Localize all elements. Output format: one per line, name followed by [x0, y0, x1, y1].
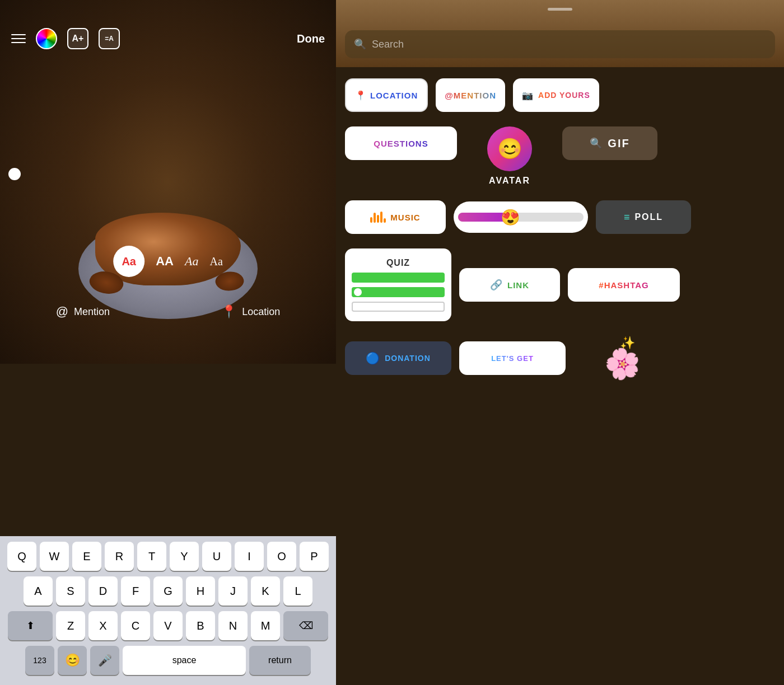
key-f[interactable]: F	[121, 576, 150, 606]
quiz-bar-1	[352, 273, 445, 283]
add-yours-sticker[interactable]: 📷 ADD YOURS	[513, 78, 599, 112]
quiz-sticker[interactable]: QUIZ	[345, 248, 451, 321]
music-sticker[interactable]: MUSIC	[345, 200, 446, 234]
key-g[interactable]: G	[153, 576, 183, 606]
mention-button[interactable]: @ Mention	[56, 304, 110, 319]
key-b[interactable]: B	[186, 611, 215, 640]
music-bars-icon	[370, 212, 386, 223]
key-u[interactable]: U	[202, 542, 231, 571]
key-m[interactable]: M	[251, 611, 280, 640]
search-bar[interactable]: 🔍 Search	[345, 30, 775, 58]
key-q[interactable]: Q	[7, 542, 36, 571]
key-i[interactable]: I	[235, 542, 264, 571]
mention-icon: @	[56, 304, 68, 319]
key-t[interactable]: T	[137, 542, 166, 571]
avatar-label: AVATAR	[489, 176, 530, 186]
flower-decoration: ✨ 🌸	[573, 336, 641, 381]
emoji-slider-sticker[interactable]: 😍	[454, 201, 588, 233]
key-w[interactable]: W	[40, 542, 69, 571]
key-r[interactable]: R	[105, 542, 134, 571]
num-key[interactable]: 123	[25, 646, 54, 675]
right-top-bar: 🔍 Search	[336, 0, 784, 67]
key-s[interactable]: S	[56, 576, 85, 606]
sticker-row-5: 🔵 DONATION LET'S GET ✨ 🌸	[345, 336, 775, 381]
font-option-selected[interactable]: Aa	[113, 246, 144, 277]
keyboard-row-2: A S D F G H J K L	[2, 576, 334, 606]
mention-sticker[interactable]: @MENTION	[436, 78, 505, 112]
emoji-slider-track: 😍	[458, 213, 584, 222]
done-button[interactable]: Done	[297, 32, 325, 45]
toolbar-left: A+ =A	[11, 28, 120, 49]
search-container: 🔍 Search	[345, 30, 775, 58]
donation-sticker[interactable]: 🔵 DONATION	[345, 341, 451, 375]
search-icon: 🔍	[354, 38, 366, 50]
mention-location-row: @ Mention 📍 Location	[0, 304, 336, 319]
cursor-dot	[8, 168, 21, 180]
left-panel: A+ =A Done Aa AA Aa Aa @ Mention 📍	[0, 0, 336, 685]
drag-handle[interactable]	[548, 8, 572, 11]
font-option-serif[interactable]: Aa	[209, 255, 222, 268]
shift-key[interactable]: ⬆	[8, 611, 53, 640]
key-c[interactable]: C	[121, 611, 150, 640]
right-panel: 🔍 Search 📍 LOCATION @MENTION 📷 ADD YOURS…	[336, 0, 784, 685]
emoji-key[interactable]: 😊	[58, 646, 87, 675]
letsget-sticker[interactable]: LET'S GET	[459, 341, 566, 375]
search-input[interactable]: Search	[372, 39, 404, 50]
key-e[interactable]: E	[72, 542, 101, 571]
avatar-sticker[interactable]: 😊 AVATAR	[465, 126, 554, 186]
key-d[interactable]: D	[88, 576, 118, 606]
top-toolbar: A+ =A Done	[0, 0, 336, 55]
key-x[interactable]: X	[88, 611, 118, 640]
keyboard-row-1: Q W E R T Y U I O P	[2, 542, 334, 571]
key-v[interactable]: V	[153, 611, 183, 640]
key-j[interactable]: J	[218, 576, 248, 606]
mic-key[interactable]: 🎤	[90, 646, 119, 675]
font-option-caps[interactable]: AA	[156, 254, 174, 269]
poll-sticker[interactable]: ≡ POLL	[596, 200, 691, 234]
questions-sticker[interactable]: QUESTIONS	[345, 126, 457, 160]
link-sticker[interactable]: 🔗 LINK	[459, 268, 560, 302]
hashtag-sticker[interactable]: #HASHTAG	[568, 268, 680, 302]
delete-key[interactable]: ⌫	[283, 611, 328, 640]
emoji-thumb: 😍	[501, 208, 521, 227]
keyboard-row-3: ⬆ Z X C V B N M ⌫	[2, 611, 334, 640]
hamburger-icon[interactable]	[11, 34, 26, 43]
font-style-row: Aa AA Aa Aa	[113, 246, 223, 277]
location-button[interactable]: 📍 Location	[221, 304, 280, 319]
donation-icon: 🔵	[366, 351, 380, 365]
avatar-icon: 😊	[487, 126, 532, 171]
keyboard: Q W E R T Y U I O P A S D F G H J K L ⬆ …	[0, 536, 336, 685]
key-p[interactable]: P	[300, 542, 329, 571]
return-key[interactable]: return	[249, 646, 311, 675]
key-z[interactable]: Z	[56, 611, 85, 640]
key-y[interactable]: Y	[170, 542, 199, 571]
photo-area: A+ =A Done Aa AA Aa Aa @ Mention 📍	[0, 0, 336, 364]
key-n[interactable]: N	[218, 611, 248, 640]
gif-search-icon: 🔍	[590, 137, 603, 149]
key-a[interactable]: A	[24, 576, 53, 606]
gif-sticker[interactable]: 🔍 GIF	[562, 126, 657, 160]
font-option-script[interactable]: Aa	[185, 254, 198, 269]
sticker-row-4: QUIZ 🔗 LINK #HASHTAG	[345, 248, 775, 321]
quiz-bar-2	[352, 287, 445, 297]
keyboard-row-4: 123 😊 🎤 space return	[2, 646, 334, 675]
key-h[interactable]: H	[186, 576, 215, 606]
key-k[interactable]: K	[251, 576, 280, 606]
sticker-row-1: 📍 LOCATION @MENTION 📷 ADD YOURS	[345, 78, 775, 112]
color-wheel-icon[interactable]	[36, 28, 57, 49]
sticker-row-3: MUSIC 😍 ≡ POLL	[345, 200, 775, 234]
location-pin-icon: 📍	[221, 304, 236, 319]
quiz-bar-3	[352, 302, 445, 312]
link-icon: 🔗	[490, 279, 503, 291]
key-l[interactable]: L	[283, 576, 312, 606]
space-key[interactable]: space	[123, 646, 246, 675]
text-add-button[interactable]: A+	[67, 28, 88, 49]
text-aa-button[interactable]: =A	[99, 28, 120, 49]
sticker-row-2: QUESTIONS 😊 AVATAR 🔍 GIF	[345, 126, 775, 186]
location-sticker[interactable]: 📍 LOCATION	[345, 78, 428, 112]
key-o[interactable]: O	[267, 542, 296, 571]
pin-icon: 📍	[355, 90, 367, 101]
flower-icon: 🌸	[600, 342, 645, 385]
stickers-area: 📍 LOCATION @MENTION 📷 ADD YOURS QUESTION…	[336, 67, 784, 685]
camera-icon: 📷	[522, 90, 534, 101]
